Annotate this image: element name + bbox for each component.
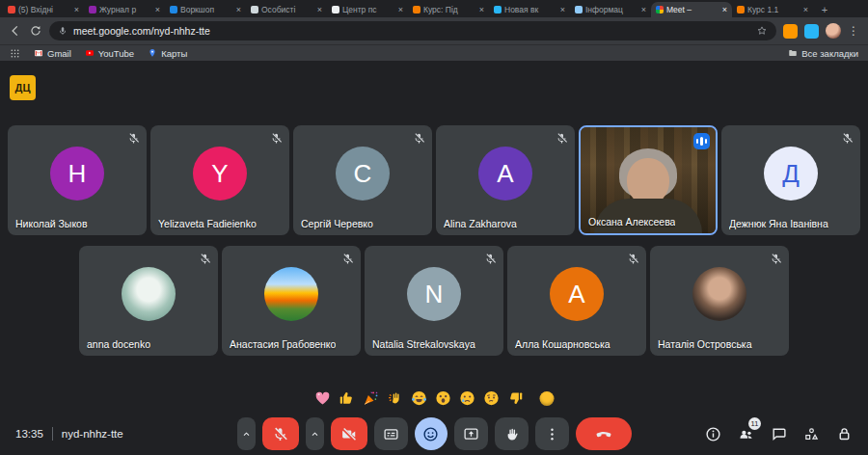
url-text[interactable]: meet.google.com/nyd-nhhz-tte — [73, 25, 750, 37]
tab-close-icon[interactable]: × — [803, 6, 808, 14]
camera-options-chevron-button[interactable] — [306, 417, 324, 450]
chat-icon[interactable] — [771, 426, 787, 442]
participant-tile[interactable]: ССергій Черевко — [293, 125, 432, 235]
browser-tab[interactable]: Курс 1.1× — [732, 2, 813, 17]
tab-close-icon[interactable]: × — [560, 6, 565, 14]
captions-button[interactable] — [374, 417, 408, 450]
maps-icon — [148, 48, 157, 58]
new-tab-button[interactable]: + — [818, 4, 831, 15]
mic-off-icon — [484, 253, 497, 265]
avatar: С — [336, 147, 390, 201]
skin-tone-selector[interactable] — [540, 391, 555, 406]
bookmark-gmail[interactable]: Gmail — [34, 48, 71, 59]
all-bookmarks-button[interactable]: Все закладки — [788, 48, 858, 59]
tab-close-icon[interactable]: × — [155, 6, 160, 14]
participant-tile[interactable]: Анастасия Грабовенко — [222, 246, 361, 356]
profile-avatar[interactable] — [826, 23, 841, 39]
back-icon[interactable] — [9, 24, 22, 38]
browser-tab[interactable]: Особисті× — [246, 2, 327, 17]
tab-close-icon[interactable]: × — [317, 6, 322, 14]
extension-icon[interactable] — [804, 24, 819, 39]
tab-favicon — [332, 6, 339, 13]
reaction-thinking-face[interactable] — [483, 389, 501, 407]
mic-options-chevron-button[interactable] — [237, 417, 256, 450]
avatar: Н — [50, 147, 104, 201]
avatar: A — [550, 267, 604, 321]
participant-name: Алла Кошарновська — [515, 338, 610, 350]
call-controls — [223, 417, 645, 450]
end-call-button[interactable] — [576, 417, 632, 450]
tab-close-icon[interactable]: × — [722, 6, 727, 14]
browser-tab[interactable]: Meet – × — [651, 2, 732, 17]
reload-icon[interactable] — [29, 24, 42, 38]
reaction-thumbs-up[interactable] — [339, 389, 356, 407]
tab-title: Meet – — [666, 5, 719, 14]
mic-muted-button[interactable] — [262, 417, 299, 450]
browser-tab[interactable]: Журнал р× — [84, 2, 165, 17]
people-icon[interactable]: 11 — [738, 426, 754, 442]
browser-toolbar: meet.google.com/nyd-nhhz-tte ⋮ — [0, 17, 868, 44]
participant-name: Николай Зыков — [15, 218, 88, 229]
browser-menu-icon[interactable]: ⋮ — [848, 25, 859, 37]
tab-title: Центр пс — [342, 5, 395, 14]
participant-tile[interactable]: AАлла Кошарновська — [507, 246, 646, 356]
more-options-button[interactable] — [535, 417, 569, 450]
browser-tab[interactable]: Воркшоп× — [165, 2, 246, 17]
participant-tile[interactable]: ДДежнюк Яна Іванівна — [721, 125, 860, 235]
browser-tab[interactable]: Новая вк× — [489, 2, 570, 17]
participant-name: anna docenko — [87, 338, 150, 350]
browser-tab[interactable]: Інформац× — [570, 2, 651, 17]
speaking-indicator-icon — [693, 133, 710, 149]
participant-tile[interactable]: ННиколай Зыков — [8, 125, 147, 235]
participant-tile[interactable]: NNatalia Strekalovskaya — [365, 246, 503, 356]
tab-close-icon[interactable]: × — [641, 6, 646, 14]
tab-close-icon[interactable]: × — [236, 6, 241, 14]
all-bookmarks-label: Все закладки — [801, 48, 858, 59]
tab-close-icon[interactable]: × — [74, 6, 79, 14]
reaction-thumbs-down[interactable] — [507, 389, 525, 407]
meet-bottom-bar: 13:35 nyd-nhhz-tte 11 — [0, 413, 868, 455]
activities-icon[interactable] — [803, 426, 820, 442]
tab-title: Курс 1.1 — [747, 5, 800, 14]
reaction-crying-face[interactable] — [459, 389, 476, 407]
host-controls-icon[interactable] — [836, 426, 853, 442]
reaction-party-popper[interactable] — [363, 389, 380, 407]
apps-grid-icon[interactable] — [10, 48, 20, 59]
reaction-sparkling-heart[interactable] — [314, 389, 332, 407]
avatar: Y — [193, 147, 247, 201]
participant-tile[interactable]: AAlina Zakharova — [436, 125, 575, 235]
meet-main: ДЦ ННиколай ЗыковYYelizaveta FadieienkoС… — [0, 61, 868, 455]
tab-close-icon[interactable]: × — [398, 6, 403, 14]
participant-tile[interactable]: Наталія Островська — [650, 246, 789, 356]
present-screen-button[interactable] — [454, 417, 488, 450]
tab-title: Воркшоп — [180, 5, 233, 14]
mic-off-icon — [270, 132, 283, 145]
mic-off-icon — [341, 253, 354, 265]
avatar: N — [407, 267, 461, 321]
bookmark-star-icon[interactable] — [756, 25, 768, 37]
reactions-button[interactable] — [415, 417, 448, 450]
reaction-face-with-tears-of-joy[interactable] — [411, 389, 428, 407]
browser-tab[interactable]: (5) Вхідні× — [3, 2, 84, 17]
bookmark-maps[interactable]: Карты — [148, 48, 187, 59]
avatar — [264, 267, 318, 321]
participant-tile[interactable]: anna docenko — [79, 246, 218, 356]
participant-tile[interactable]: YYelizaveta Fadieienko — [150, 125, 289, 235]
raise-hand-button[interactable] — [495, 417, 529, 450]
divider — [52, 427, 53, 441]
address-bar[interactable]: meet.google.com/nyd-nhhz-tte — [49, 21, 776, 40]
browser-tab[interactable]: Курс: Під× — [408, 2, 489, 17]
tab-favicon — [737, 6, 745, 13]
tab-favicon — [8, 6, 15, 13]
participant-tile[interactable]: Оксана Алексеева — [579, 125, 718, 235]
tab-title: Курс: Під — [423, 5, 476, 14]
right-panel-icons: 11 — [645, 426, 853, 442]
extension-icon[interactable] — [783, 24, 798, 39]
camera-off-button[interactable] — [331, 417, 367, 450]
bookmark-youtube[interactable]: YouTube — [85, 48, 134, 59]
tab-close-icon[interactable]: × — [479, 6, 484, 14]
info-icon[interactable] — [705, 426, 721, 442]
browser-tab[interactable]: Центр пс× — [327, 2, 408, 17]
reaction-clapping-hands[interactable] — [387, 389, 404, 407]
reaction-astonished-face[interactable] — [435, 389, 452, 407]
